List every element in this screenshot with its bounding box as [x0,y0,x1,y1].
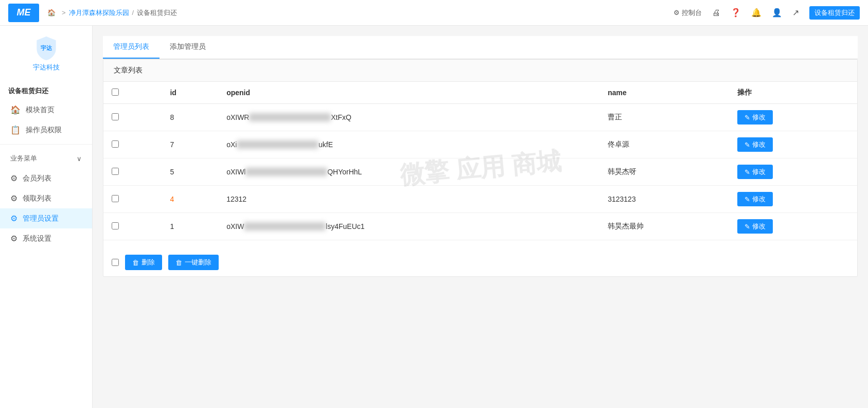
row-checkbox-2[interactable] [112,168,119,175]
home-icon[interactable]: 🏠 [47,9,56,16]
sidebar-item-module-home[interactable]: 🏠 模块首页 [0,100,92,120]
openid-blurred-2: ████████████████ [245,168,327,176]
table-row: 8oXIWR████████████████XtFxQ曹正 ✎ 修改 [103,104,857,131]
breadcrumb: 🏠 > 净月潭森林探险乐园 / 设备租赁归还 [47,8,674,17]
edit-icon-0: ✎ [745,114,750,121]
row-openid-3: 12312 [218,186,599,213]
col-id: id [162,82,218,104]
row-openid-1: oXi████████████████ukfE [218,131,599,158]
main-content: 管理员列表 添加管理员 文章列表 微擎 应用 商城 id openid [93,26,868,408]
help-icon[interactable]: ❓ [731,8,741,17]
edit-button-4[interactable]: ✎ 修改 [737,219,773,234]
tab-admin-list[interactable]: 管理员列表 [103,36,160,59]
sidebar-item-label-receive-list: 领取列表 [23,194,51,203]
trash-all-icon: 🗑 [175,259,182,267]
edit-label-4: 修改 [752,222,766,231]
col-openid: openid [218,82,599,104]
row-name-2: 韩昊杰呀 [599,158,729,186]
openid-blurred-0: ████████████████ [249,113,331,121]
card-header: 文章列表 [103,60,857,82]
row-name-1: 佟卓源 [599,131,729,158]
print-icon[interactable]: 🖨 [712,8,720,17]
row-openid-2: oXIWl████████████████QHYorHhL [218,158,599,186]
sidebar-item-receive-list[interactable]: ⚙ 领取列表 [0,188,92,208]
edit-icon-1: ✎ [745,141,750,149]
edit-label-3: 修改 [752,194,766,204]
doc-icon: 📋 [10,125,21,135]
delete-button[interactable]: 🗑 删除 [125,255,162,270]
edit-button-3[interactable]: ✎ 修改 [737,192,773,206]
tabs: 管理员列表 添加管理员 [103,36,858,59]
breadcrumb-current: 设备租赁归还 [137,8,177,17]
edit-button-2[interactable]: ✎ 修改 [737,165,773,179]
table-header-row: id openid name 操作 [103,82,857,104]
bell-icon[interactable]: 🔔 [751,8,761,17]
sidebar-item-member-list[interactable]: ⚙ 会员列表 [0,168,92,188]
sidebar-item-label-admin-settings: 管理员设置 [23,214,59,223]
row-action-1: ✎ 修改 [729,131,857,158]
row-id-3: 4 [162,186,218,213]
row-openid-4: oXIW████████████████lsy4FuEUc1 [218,213,599,240]
edit-button-1[interactable]: ✎ 修改 [737,137,773,152]
edit-label-1: 修改 [752,140,766,149]
sidebar-item-operator-perm[interactable]: 📋 操作员权限 [0,120,92,140]
brand-name: 宇达科技 [33,63,60,72]
col-name: name [599,82,729,104]
sidebar-item-system-settings[interactable]: ⚙ 系统设置 [0,228,92,249]
table-row: 1oXIW████████████████lsy4FuEUc1韩昊杰最帅 ✎ 修… [103,213,857,240]
gear-icon-admin: ⚙ [10,214,17,223]
col-select [103,82,162,104]
edit-label-2: 修改 [752,167,766,176]
sidebar-divider [0,144,92,145]
select-all-checkbox[interactable] [112,88,119,96]
row-checkbox-3[interactable] [112,195,119,202]
row-checkbox-0[interactable] [112,113,119,120]
sidebar: 宇达 宇达科技 设备租赁归还 🏠 模块首页 📋 操作员权限 业务菜单 ∨ ⚙ 会… [0,26,93,408]
gear-circle-icon: ⚙ [674,9,680,16]
edit-icon-2: ✎ [745,168,750,176]
row-id-4: 1 [162,213,218,240]
business-menu-header[interactable]: 业务菜单 ∨ [0,149,92,168]
breadcrumb-sep1: > [62,9,66,16]
row-id-1: 7 [162,131,218,158]
row-action-3: ✎ 修改 [729,186,857,213]
row-action-2: ✎ 修改 [729,158,857,186]
top-navbar: ME 🏠 > 净月潭森林探险乐园 / 设备租赁归还 ⚙ 控制台 🖨 ❓ 🔔 👤 … [0,0,868,26]
gear-icon-system: ⚙ [10,234,17,243]
gear-icon-receive: ⚙ [10,193,17,203]
openid-blurred-1: ████████████████ [237,140,318,149]
action-row: 🗑 删除 🗑 一键删除 [103,249,857,276]
row-name-3: 3123123 [599,186,729,213]
row-id-2: 5 [162,158,218,186]
export-icon[interactable]: ↗ [792,8,799,17]
admin-list-card: 文章列表 微擎 应用 商城 id openid name 操作 [103,59,858,277]
sidebar-logo: 宇达 宇达科技 [0,36,92,72]
edit-button-0[interactable]: ✎ 修改 [737,110,773,125]
trash-icon: 🗑 [132,259,139,267]
row-checkbox-1[interactable] [112,140,119,148]
edit-icon-3: ✎ [745,196,750,203]
control-panel-btn[interactable]: ⚙ 控制台 [674,8,702,17]
home-sidebar-icon: 🏠 [10,105,21,115]
sidebar-item-admin-settings[interactable]: ⚙ 管理员设置 [0,208,92,228]
logo: ME [8,4,39,22]
sidebar-item-label-member-list: 会员列表 [23,174,51,183]
openid-blurred-4: ████████████████ [244,222,326,230]
row-name-4: 韩昊杰最帅 [599,213,729,240]
breadcrumb-sep2: / [132,9,134,16]
delete-all-button[interactable]: 🗑 一键删除 [168,255,219,270]
delete-all-label: 一键删除 [185,258,211,267]
layout: 宇达 宇达科技 设备租赁归还 🏠 模块首页 📋 操作员权限 业务菜单 ∨ ⚙ 会… [0,26,868,408]
admin-table: id openid name 操作 8oXIWR████████████████… [103,82,857,240]
sidebar-section-label: 设备租赁归还 [0,82,92,100]
edit-icon-4: ✎ [745,223,750,230]
row-action-4: ✎ 修改 [729,213,857,240]
delete-label: 删除 [141,258,155,267]
bottom-select-all-checkbox[interactable] [112,259,119,266]
table-wrap: id openid name 操作 8oXIWR████████████████… [103,82,857,249]
breadcrumb-park[interactable]: 净月潭森林探险乐园 [69,8,129,17]
app-label[interactable]: 设备租赁归还 [809,6,860,20]
tab-add-admin[interactable]: 添加管理员 [160,36,216,59]
row-checkbox-4[interactable] [112,222,119,229]
user-icon[interactable]: 👤 [772,8,782,17]
